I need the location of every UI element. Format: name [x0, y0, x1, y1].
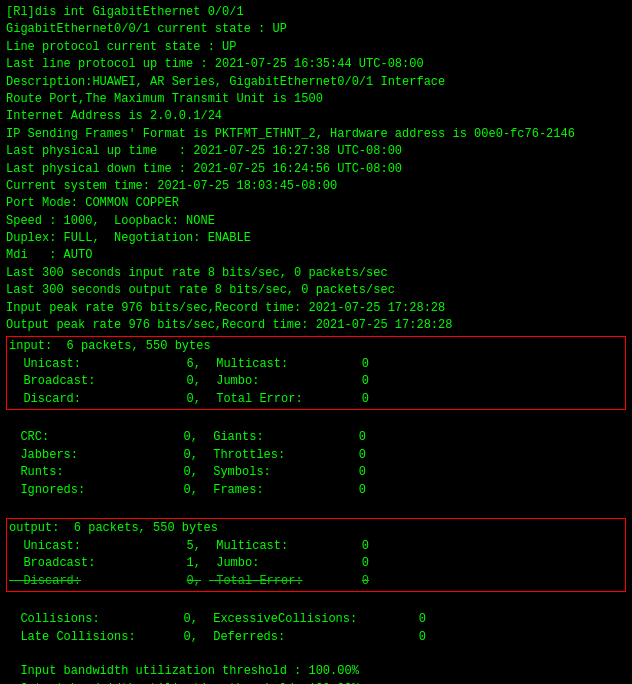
line-2: GigabitEthernet0/0/1 current state : UP [6, 21, 626, 38]
out-unicast-val: 5, [149, 538, 209, 555]
frames-label: Frames: [206, 482, 326, 499]
ignoreds-val: 0, [146, 482, 206, 499]
blank-line-3 [6, 594, 626, 611]
out-discard-label: Discard: [9, 573, 149, 590]
jumbo-label: Jumbo: [209, 373, 329, 390]
line-9: Last physical up time : 2021-07-25 16:27… [6, 143, 626, 160]
line-18: Input peak rate 976 bits/sec,Record time… [6, 300, 626, 317]
output-section: output: 6 packets, 550 bytes Unicast: 5,… [6, 518, 626, 592]
unicast-val: 6, [149, 356, 209, 373]
out-total-error-label: Total Error: [209, 573, 329, 590]
runts-val: 0, [146, 464, 206, 481]
input-section: input: 6 packets, 550 bytes Unicast: 6, … [6, 336, 626, 410]
late-collisions-row: Late Collisions: 0, Deferreds: 0 [6, 629, 626, 646]
line-7: Internet Address is 2.0.0.1/24 [6, 108, 626, 125]
bw-line-1: Input bandwidth utilization threshold : … [6, 663, 626, 680]
jabbers-label: Jabbers: [6, 447, 146, 464]
input-row-3: Discard: 0, Total Error: 0 [9, 391, 623, 408]
input-row-1: Unicast: 6, Multicast: 0 [9, 356, 623, 373]
broadcast-label: Broadcast: [9, 373, 149, 390]
jumbo-val: 0 [329, 373, 369, 390]
crc-val: 0, [146, 429, 206, 446]
collisions-label: Collisions: [6, 611, 146, 628]
out-multicast-val: 0 [329, 538, 369, 555]
line-14: Duplex: FULL, Negotiation: ENABLE [6, 230, 626, 247]
input-stats: CRC: 0, Giants: 0 Jabbers: 0, Throttles:… [6, 412, 626, 499]
ignoreds-label: Ignoreds: [6, 482, 146, 499]
out-jumbo-val: 0 [329, 555, 369, 572]
frames-val: 0 [326, 482, 366, 499]
late-col-label: Late Collisions: [6, 629, 146, 646]
symbols-label: Symbols: [206, 464, 326, 481]
line-6: Route Port,The Maximum Transmit Unit is … [6, 91, 626, 108]
collisions-row: Collisions: 0, ExcessiveCollisions: 0 [6, 611, 626, 628]
line-15: Mdi : AUTO [6, 247, 626, 264]
output-row-1: Unicast: 5, Multicast: 0 [9, 538, 623, 555]
excessive-val: 0 [386, 611, 426, 628]
out-total-error-val: 0 [329, 573, 369, 590]
crc-row: CRC: 0, Giants: 0 [6, 429, 626, 446]
broadcast-val: 0, [149, 373, 209, 390]
output-row-3: Discard: 0, Total Error: 0 [9, 573, 623, 590]
total-error-val: 0 [329, 391, 369, 408]
line-19: Output peak rate 976 bits/sec,Record tim… [6, 317, 626, 334]
out-broadcast-val: 1, [149, 555, 209, 572]
multicast-label: Multicast: [209, 356, 329, 373]
line-13: Speed : 1000, Loopback: NONE [6, 213, 626, 230]
throttles-label: Throttles: [206, 447, 326, 464]
line-5: Description:HUAWEI, AR Series, GigabitEt… [6, 74, 626, 91]
line-17: Last 300 seconds output rate 8 bits/sec,… [6, 282, 626, 299]
jabbers-row: Jabbers: 0, Throttles: 0 [6, 447, 626, 464]
line-8: IP Sending Frames' Format is PKTFMT_ETHN… [6, 126, 626, 143]
late-col-val: 0, [146, 629, 206, 646]
output-stats: Collisions: 0, ExcessiveCollisions: 0 La… [6, 594, 626, 646]
output-header: output: 6 packets, 550 bytes [9, 520, 623, 537]
unicast-label: Unicast: [9, 356, 149, 373]
deferreds-val: 0 [386, 629, 426, 646]
line-4: Last line protocol up time : 2021-07-25 … [6, 56, 626, 73]
runts-row: Runts: 0, Symbols: 0 [6, 464, 626, 481]
line-1: [Rl]dis int GigabitEthernet 0/0/1 [6, 4, 626, 21]
giants-label: Giants: [206, 429, 326, 446]
out-unicast-label: Unicast: [9, 538, 149, 555]
output-row-2: Broadcast: 1, Jumbo: 0 [9, 555, 623, 572]
line-16: Last 300 seconds input rate 8 bits/sec, … [6, 265, 626, 282]
runts-label: Runts: [6, 464, 146, 481]
symbols-val: 0 [326, 464, 366, 481]
terminal: [Rl]dis int GigabitEthernet 0/0/1 Gigabi… [0, 0, 632, 684]
throttles-val: 0 [326, 447, 366, 464]
line-12: Port Mode: COMMON COPPER [6, 195, 626, 212]
discard-val: 0, [149, 391, 209, 408]
crc-label: CRC: [6, 429, 146, 446]
blank-line-4 [6, 646, 626, 663]
line-3: Line protocol current state : UP [6, 39, 626, 56]
deferreds-label: Deferreds: [206, 629, 386, 646]
line-11: Current system time: 2021-07-25 18:03:45… [6, 178, 626, 195]
ignoreds-row: Ignoreds: 0, Frames: 0 [6, 482, 626, 499]
collisions-val: 0, [146, 611, 206, 628]
out-jumbo-label: Jumbo: [209, 555, 329, 572]
blank-line-2 [6, 499, 626, 516]
giants-val: 0 [326, 429, 366, 446]
total-error-label: Total Error: [209, 391, 329, 408]
discard-label: Discard: [9, 391, 149, 408]
input-row-2: Broadcast: 0, Jumbo: 0 [9, 373, 623, 390]
line-10: Last physical down time : 2021-07-25 16:… [6, 161, 626, 178]
blank-line-1 [6, 412, 626, 429]
excessive-label: ExcessiveCollisions: [206, 611, 386, 628]
out-multicast-label: Multicast: [209, 538, 329, 555]
out-discard-val: 0, [149, 573, 209, 590]
out-broadcast-label: Broadcast: [9, 555, 149, 572]
jabbers-val: 0, [146, 447, 206, 464]
multicast-val: 0 [329, 356, 369, 373]
input-header: input: 6 packets, 550 bytes [9, 338, 623, 355]
